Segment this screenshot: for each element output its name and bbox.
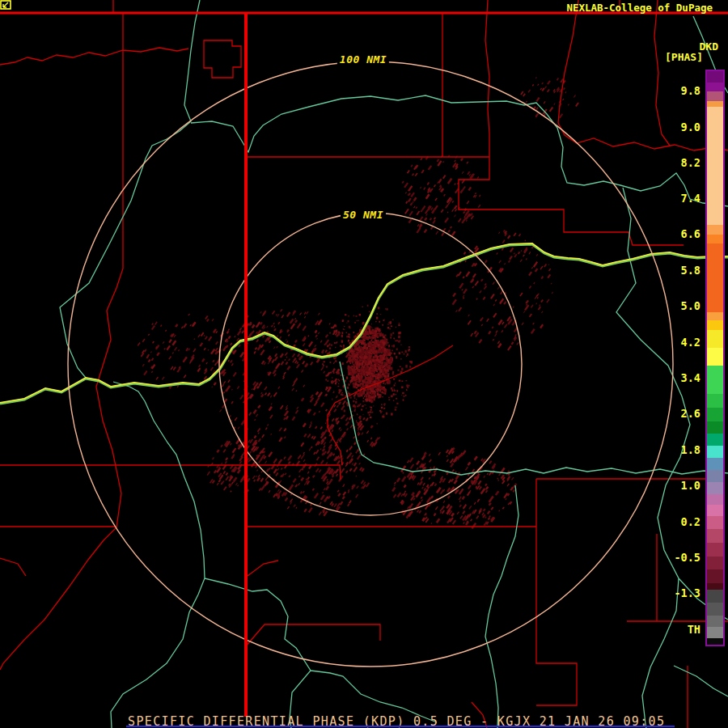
color-scale-segment (707, 434, 723, 446)
color-scale-segment (707, 616, 723, 627)
map-background (0, 0, 728, 728)
scale-label-8.2: 8.2 (652, 156, 700, 169)
footer-underline (126, 726, 675, 727)
scale-label-6.6: 6.6 (652, 227, 700, 240)
color-scale-segment (707, 91, 723, 101)
scale-label-3.4: 3.4 (652, 371, 700, 384)
color-scale-segment (707, 107, 723, 225)
color-scale-segment (707, 543, 723, 557)
scale-label-1.0: 1.0 (652, 479, 700, 492)
color-scale-segment (707, 470, 723, 482)
color-scale-segment (707, 505, 723, 516)
color-scale-segment (707, 603, 723, 616)
color-scale-segment (707, 83, 723, 91)
color-scale-segment (707, 408, 723, 421)
range-ring-50nmi-label: 50 NMI (341, 209, 386, 221)
scale-label-7.4: 7.4 (652, 192, 700, 205)
scale-label-5.8: 5.8 (652, 264, 700, 277)
color-scale-segment (707, 516, 723, 529)
range-ring-100nmi-label: 100 NMI (337, 53, 389, 66)
scale-label-4.2: 4.2 (652, 336, 700, 349)
color-scale-segment (707, 235, 723, 243)
scale-label--0.5: -0.5 (652, 551, 700, 564)
product-unit: [PHAS] (665, 51, 703, 63)
scale-label-2.6: 2.6 (652, 407, 700, 420)
color-scale-segment (707, 494, 723, 505)
color-scale-segment (707, 225, 723, 235)
scale-label-5.0: 5.0 (652, 299, 700, 312)
color-scale-segment (707, 243, 723, 312)
color-scale-segment (707, 557, 723, 569)
color-scale-segment (707, 101, 723, 107)
color-scale-segment (707, 583, 723, 590)
color-scale-segment (707, 458, 723, 470)
color-scale-segment (707, 590, 723, 603)
site-title: NEXLAB-College of DuPage (566, 2, 713, 14)
color-scale-segment (707, 638, 723, 645)
color-scale-segment (707, 320, 723, 330)
color-scale-bar (705, 70, 725, 646)
scale-label-9.0: 9.0 (652, 121, 700, 133)
color-scale-segment (707, 446, 723, 458)
color-scale-segment (707, 394, 723, 408)
scale-label-1.8: 1.8 (652, 443, 700, 456)
color-scale-segment (707, 482, 723, 494)
radar-map[interactable] (0, 0, 728, 728)
color-scale-segment (707, 348, 723, 366)
scale-label--1.3: -1.3 (652, 586, 700, 599)
scale-label-TH: TH (652, 623, 700, 636)
scale-label-9.8: 9.8 (652, 84, 700, 97)
color-scale-segment (707, 71, 723, 83)
color-scale-segment (707, 529, 723, 543)
color-scale-segment (707, 312, 723, 320)
color-scale-segment (707, 330, 723, 348)
color-scale-segment (707, 366, 723, 394)
frame-arrow-icon[interactable] (0, 0, 11, 10)
color-scale-segment (707, 421, 723, 434)
color-scale-segment (707, 627, 723, 638)
color-scale-segment (707, 569, 723, 583)
radar-display: 100 NMI 50 NMI NEXLAB-College of DuPage … (0, 0, 728, 728)
scale-label-0.2: 0.2 (652, 515, 700, 528)
